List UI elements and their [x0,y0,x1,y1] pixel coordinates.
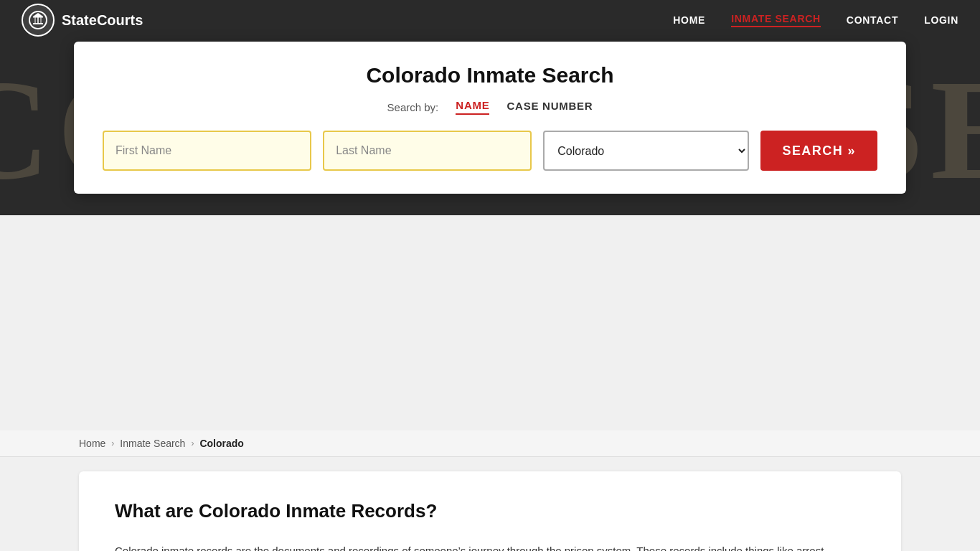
logo-icon [22,4,55,37]
nav-bar: StateCourts HOME INMATE SEARCH CONTACT L… [0,0,980,40]
breadcrumb-inmate-search[interactable]: Inmate Search [120,438,185,449]
search-card-title: Colorado Inmate Search [103,63,877,88]
search-row: AlabamaAlaskaArizonaArkansasCaliforniaCo… [103,131,877,171]
nav-login[interactable]: LOGIN [924,14,958,26]
tab-case-number[interactable]: CASE NUMBER [507,100,593,114]
breadcrumb-sep-1: › [111,438,114,448]
state-select[interactable]: AlabamaAlaskaArizonaArkansasCaliforniaCo… [543,131,749,171]
logo-label: StateCourts [62,12,143,29]
logo-area[interactable]: StateCourts [22,4,143,37]
first-name-input[interactable] [103,131,311,171]
header: COURTHOUSE StateCourts HOME INMATE SEARC… [0,0,980,215]
breadcrumb: Home › Inmate Search › Colorado [0,430,980,457]
breadcrumb-sep-2: › [191,438,194,448]
breadcrumb-home[interactable]: Home [79,438,105,449]
nav-links: HOME INMATE SEARCH CONTACT LOGIN [673,13,958,27]
svg-marker-6 [33,13,43,17]
last-name-input[interactable] [323,131,532,171]
content-area: What are Colorado Inmate Records? Colora… [0,457,980,551]
tab-name[interactable]: NAME [456,99,489,115]
breadcrumb-current: Colorado [199,438,243,449]
search-card: Colorado Inmate Search Search by: NAME C… [74,42,906,194]
search-button[interactable]: SEARCH » [760,131,877,171]
nav-inmate-search[interactable]: INMATE SEARCH [731,13,821,27]
search-tabs: Search by: NAME CASE NUMBER [103,99,877,115]
search-by-label: Search by: [387,101,439,113]
content-heading: What are Colorado Inmate Records? [115,500,865,522]
search-card-wrapper: Colorado Inmate Search Search by: NAME C… [74,42,906,194]
nav-contact[interactable]: CONTACT [847,14,898,26]
content-card: What are Colorado Inmate Records? Colora… [79,471,901,551]
content-para-1: Colorado inmate records are the document… [115,542,865,551]
nav-home[interactable]: HOME [673,14,705,26]
